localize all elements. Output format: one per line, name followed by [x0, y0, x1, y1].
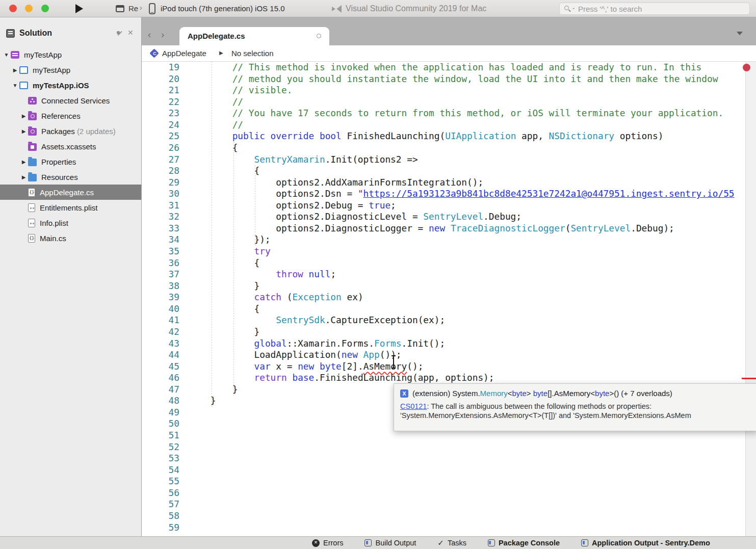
minimize-window-button[interactable] — [25, 5, 33, 12]
code-token — [189, 246, 254, 256]
sidebar-item-references[interactable]: ▶References — [0, 108, 141, 123]
sidebar-item-packages[interactable]: ▶Packages(2 updates) — [0, 123, 141, 139]
code-line-45: 45 var x = new byte[2].AsMemory(); — [142, 361, 745, 373]
code-line-21: 21 // visible. — [142, 85, 745, 96]
device-selector[interactable]: iPod touch (7th generation) iOS 15.0 — [161, 4, 285, 13]
code-text[interactable]: try — [189, 246, 271, 257]
code-text[interactable]: options2.Debug = true; — [189, 200, 396, 212]
code-text[interactable]: // method you should instantiate the win… — [189, 73, 718, 85]
editor-scrollbar[interactable] — [745, 62, 756, 536]
disclosure-arrow-icon[interactable]: ▶ — [19, 128, 28, 134]
disclosure-arrow-icon[interactable]: ▶ — [19, 113, 28, 119]
code-text[interactable]: catch (Exception ex) — [189, 292, 363, 303]
sidebar-item-appdelegate-cs[interactable]: AppDelegate.cs — [0, 185, 141, 200]
sidebar-item-label: Assets.xcassets — [41, 142, 96, 151]
sidebar-item-info-plist[interactable]: Info.plist — [0, 215, 141, 230]
sidebar-item-connected-services[interactable]: Connected Services — [0, 93, 141, 108]
run-button[interactable] — [75, 4, 83, 13]
code-text[interactable]: { — [189, 142, 238, 154]
disclosure-arrow-icon[interactable]: ▶ — [11, 67, 19, 73]
sidebar-item-label: Main.cs — [40, 234, 66, 243]
code-text[interactable]: LoadApplication(new App()); — [189, 349, 402, 361]
code-line-34: 34 }); — [142, 234, 745, 246]
code-text[interactable]: options2.DiagnosticLogger = new TraceDia… — [189, 223, 674, 234]
code-text[interactable]: throw null; — [189, 269, 336, 280]
code-line-56: 56 — [142, 487, 745, 499]
breadcrumb-class[interactable]: AppDelegate — [162, 49, 206, 58]
code-line-40: 40 { — [142, 303, 745, 315]
bottombar-item-build-output[interactable]: Build Output — [364, 539, 416, 547]
sidebar-item-main-cs[interactable]: Main.cs — [0, 230, 141, 246]
tab-overflow-dropdown-icon[interactable] — [737, 32, 743, 35]
code-text[interactable]: } — [189, 395, 216, 407]
tab-appdelegate[interactable]: AppDelegate.cs — [179, 27, 329, 45]
navigate-forward-button[interactable]: › — [161, 29, 164, 40]
project-icon — [19, 82, 28, 89]
code-text[interactable]: } — [189, 326, 259, 338]
code-text[interactable]: public override bool FinishedLaunching(U… — [189, 130, 663, 142]
sidebar-item-label: AppDelegate.cs — [40, 188, 94, 197]
code-text[interactable]: options2.AddXamarinFormsIntegration(); — [189, 177, 483, 189]
code-token: [2]. — [342, 361, 363, 372]
code-text[interactable]: SentrySdk.CaptureException(ex); — [189, 315, 445, 326]
line-number: 30 — [142, 188, 179, 200]
code-text[interactable]: }); — [189, 234, 271, 246]
breadcrumb-selection[interactable]: No selection — [231, 49, 274, 58]
code-text[interactable]: var x = new byte[2].AsMemory(); — [189, 361, 423, 373]
sidebar-item-properties[interactable]: ▶Properties — [0, 154, 141, 169]
code-text[interactable]: // — [189, 119, 243, 131]
close-window-button[interactable] — [9, 5, 17, 12]
tooltip-signature-token: > — [527, 389, 533, 398]
bottombar-item-tasks[interactable]: ✓Tasks — [437, 538, 466, 547]
code-text[interactable]: // This method is invoked when the appli… — [189, 62, 701, 73]
code-token: ::Xamarin.Forms. — [287, 338, 374, 349]
sidebar-item-resources[interactable]: ▶Resources — [0, 169, 141, 185]
code-text[interactable]: { — [189, 257, 259, 269]
sidebar-item-mytestapp-ios[interactable]: ▼myTestApp.iOS — [0, 77, 141, 93]
disclosure-arrow-icon[interactable]: ▶ — [19, 159, 28, 165]
tooltip-signature-text: (extension) System.Memory<byte> byte[].A… — [412, 389, 672, 398]
code-text[interactable]: { — [189, 303, 259, 315]
code-text[interactable]: options2.DiagnosticLevel = SentryLevel.D… — [189, 211, 522, 223]
code-text[interactable]: } — [189, 384, 238, 396]
code-editor[interactable]: 19 // This method is invoked when the ap… — [142, 62, 745, 536]
disclosure-arrow-icon[interactable]: ▼ — [11, 83, 19, 88]
code-text[interactable]: { — [189, 165, 259, 177]
code-line-33: 33 options2.DiagnosticLogger = new Trace… — [142, 223, 745, 234]
bottombar-item-application-output-sentry-demo[interactable]: Application Output - Sentry.Demo — [581, 539, 710, 547]
code-token: ex) — [342, 292, 363, 302]
code-text[interactable]: options2.Dsn = "https://5a193123a9b841bc… — [189, 188, 735, 200]
error-code-link[interactable]: CS0121 — [400, 402, 427, 410]
sidebar-item-label: Entitlements.plist — [40, 203, 97, 212]
sidebar-item-entitlements-plist[interactable]: Entitlements.plist — [0, 200, 141, 215]
sidebar-item-mytestapp[interactable]: ▶myTestApp — [0, 62, 141, 77]
code-text[interactable]: // You have 17 seconds to return from th… — [189, 108, 723, 119]
navigate-back-button[interactable]: ‹ — [148, 29, 151, 40]
zoom-window-button[interactable] — [41, 5, 49, 12]
code-text[interactable]: global::Xamarin.Forms.Forms.Init(); — [189, 338, 445, 350]
code-text[interactable]: } — [189, 280, 259, 292]
close-pad-icon[interactable]: ✕ — [127, 29, 134, 37]
code-token: UIApplication — [445, 130, 516, 141]
code-text[interactable]: return base.FinishedLaunching(app, optio… — [189, 372, 494, 384]
tooltip-error-text: CS0121: The call is ambiguous between th… — [400, 402, 751, 420]
bottombar-item-package-console[interactable]: Package Console — [488, 539, 560, 547]
sidebar-item-mytestapp[interactable]: ▼myTestApp — [0, 47, 141, 62]
configuration-selector[interactable]: Re — [128, 4, 138, 13]
search-input[interactable]: ⌄ Press '^,' to search — [559, 3, 750, 15]
code-token — [445, 223, 451, 233]
code-text[interactable]: SentryXamarin.Init(options2 => — [189, 154, 418, 166]
pin-pad-icon[interactable] — [116, 31, 123, 38]
code-token — [314, 361, 320, 372]
bottombar-item-label: Build Output — [375, 539, 416, 547]
disclosure-arrow-icon[interactable]: ▼ — [2, 52, 11, 58]
sidebar-item-assets-xcassets[interactable]: Assets.xcassets — [0, 139, 141, 154]
code-token: { — [189, 303, 259, 314]
error-tooltip: X (extension) System.Memory<byte> byte[]… — [394, 383, 756, 431]
code-text[interactable]: // visible. — [189, 85, 292, 96]
bottombar-item-errors[interactable]: Errors — [312, 539, 343, 547]
code-text[interactable]: // — [189, 96, 243, 108]
disclosure-arrow-icon[interactable]: ▶ — [19, 174, 28, 180]
code-token — [189, 269, 276, 279]
code-token: AsMemory — [363, 361, 407, 372]
